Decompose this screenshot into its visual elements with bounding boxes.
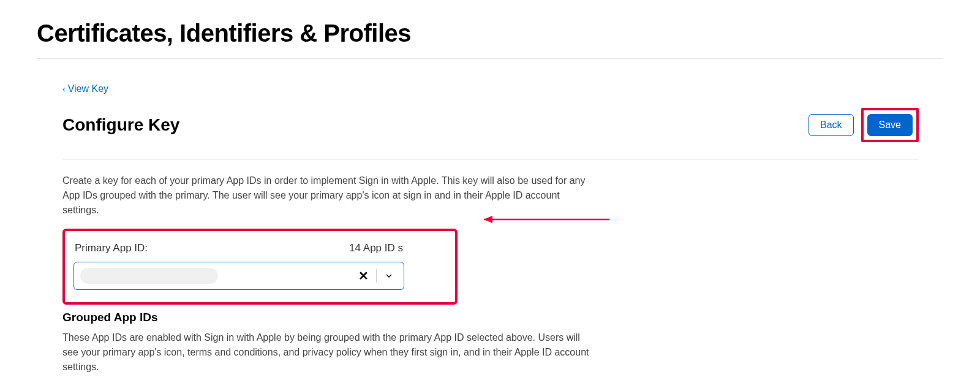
section-title: Configure Key bbox=[62, 115, 179, 135]
clear-icon[interactable]: ✕ bbox=[356, 268, 371, 283]
app-id-count: 14 App ID s bbox=[349, 242, 403, 254]
save-button[interactable]: Save bbox=[867, 114, 913, 136]
back-button[interactable]: Back bbox=[809, 114, 854, 136]
grouped-app-ids-heading: Grouped App IDs bbox=[62, 311, 589, 324]
divider bbox=[376, 269, 377, 283]
breadcrumb-label: View Key bbox=[68, 83, 108, 94]
primary-app-id-select[interactable]: ✕ bbox=[74, 262, 404, 290]
chevron-left-icon: ‹ bbox=[62, 84, 66, 94]
grouped-app-ids-description: These App IDs are enabled with Sign in w… bbox=[62, 330, 589, 375]
primary-app-id-label: Primary App ID: bbox=[75, 242, 148, 254]
page-title: Certificates, Identifiers & Profiles bbox=[37, 20, 943, 47]
chevron-down-icon[interactable] bbox=[382, 270, 396, 282]
save-highlight-annotation: Save bbox=[861, 108, 919, 142]
primary-app-id-value bbox=[80, 268, 218, 284]
view-key-link[interactable]: ‹View Key bbox=[62, 83, 108, 94]
intro-description: Create a key for each of your primary Ap… bbox=[62, 173, 589, 218]
primary-app-id-highlight-annotation: Primary App ID: 14 App ID s ✕ bbox=[62, 229, 458, 305]
breadcrumb: ‹View Key bbox=[62, 83, 919, 94]
